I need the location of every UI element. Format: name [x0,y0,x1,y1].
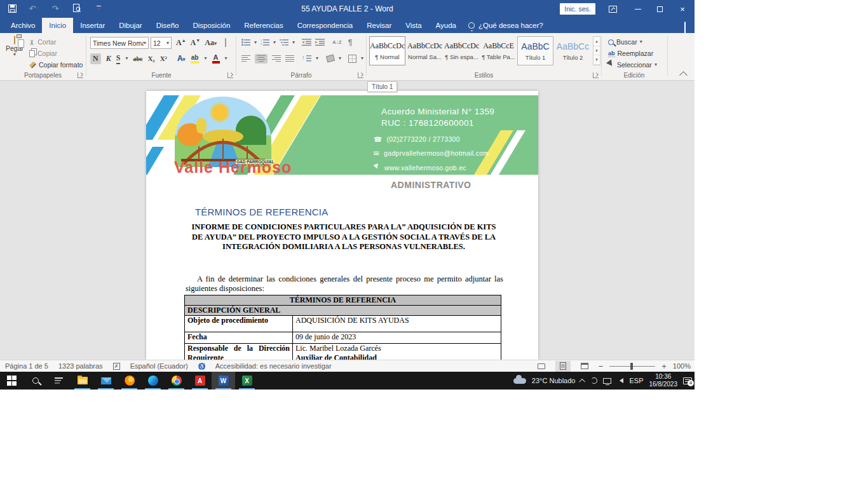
multilevel-chevron-icon[interactable]: ▾ [292,40,295,45]
subscript-button[interactable]: X₂ [147,55,154,62]
style-sin-espaciado[interactable]: AaBbCcDc ¶ Sin espa... [444,36,480,65]
tab-revisar[interactable]: Revisar [360,18,398,33]
copy-button[interactable]: Copiar [29,48,57,58]
taskbar-acrobat[interactable]: A [188,372,212,390]
highlight-button[interactable]: ab [191,54,200,64]
tab-dibujar[interactable]: Dibujar [112,18,149,33]
show-marks-button[interactable]: ¶ [348,38,353,47]
document-canvas[interactable]: Título 1 Acuerdo Ministerial N° 1359 RUC… [0,81,695,360]
style-normal[interactable]: AaBbCcDc ¶ Normal [369,36,405,65]
font-dialog-launcher[interactable] [227,72,233,78]
format-painter-button[interactable]: Copiar formato [29,60,83,70]
shading-chevron-icon[interactable]: ▾ [339,56,341,61]
word-count[interactable]: 1323 palabras [58,362,103,370]
gallery-down-icon[interactable]: ▼ [593,46,600,56]
gallery-up-icon[interactable]: ▲ [593,37,600,46]
collapse-ribbon-icon[interactable] [679,71,688,79]
borders-button[interactable] [348,55,356,63]
clear-formatting-button[interactable] [225,39,226,46]
strikethrough-button[interactable]: abc [133,55,142,62]
taskbar-excel[interactable]: X [235,372,259,390]
tell-me-box[interactable]: ¿Qué desea hacer? [463,18,543,33]
onedrive-icon[interactable] [591,377,597,384]
font-color-chevron-icon[interactable]: ▾ [225,56,227,61]
tab-insertar[interactable]: Insertar [73,18,112,33]
line-spacing-button[interactable] [302,55,311,62]
undo-icon[interactable]: ↶▾ [28,3,39,14]
select-button[interactable]: Seleccionar ▾ [608,60,657,70]
tab-inicio[interactable]: Inicio [42,18,73,33]
align-left-button[interactable] [241,55,250,62]
zoom-slider[interactable] [609,366,655,367]
style-normal-sa[interactable]: AaBbCcDc Normal Sa... [407,36,443,65]
font-size-combo[interactable]: 12▾ [151,37,172,49]
cut-button[interactable]: ✂ Cortar [29,37,56,47]
clipboard-dialog-launcher[interactable] [78,72,83,78]
justify-button[interactable] [285,55,294,62]
document-page[interactable]: Acuerdo Ministerial N° 1359 RUC : 176812… [146,91,538,360]
tab-disposicion[interactable]: Disposición [186,18,237,33]
taskbar-edge[interactable] [141,372,165,390]
style-table-paragraph[interactable]: AaBbCcE ¶ Table Pa... [480,36,517,65]
change-case-button[interactable]: Aa▾ [205,38,217,48]
web-layout-button[interactable] [577,361,592,372]
borders-chevron-icon[interactable]: ▾ [361,56,363,61]
weather-cloud-icon[interactable] [513,378,526,384]
sign-in-button[interactable]: Inic. ses. [560,3,595,15]
decrease-indent-button[interactable] [302,39,311,47]
styles-gallery-scrollbar[interactable]: ▲ ▼ ▼ [593,36,600,65]
highlight-chevron-icon[interactable]: ▾ [205,56,207,61]
shading-button[interactable] [326,55,335,63]
redo-icon[interactable]: ↷ [50,3,61,14]
superscript-button[interactable]: X² [160,55,167,62]
align-center-button[interactable] [255,54,268,64]
multilevel-list-button[interactable] [280,39,288,47]
taskbar-chrome[interactable] [165,372,188,390]
zoom-out-icon[interactable]: − [599,362,604,371]
paste-button[interactable]: Pegar ▾ [4,36,25,57]
style-titulo-1[interactable]: AaBbC Título 1 [517,36,553,65]
zoom-in-icon[interactable]: + [661,362,667,371]
underline-chevron-icon[interactable]: ▾ [125,56,128,61]
hidden-icons-chevron[interactable] [580,378,586,384]
paragraph-dialog-launcher[interactable] [358,72,363,78]
styles-dialog-launcher[interactable] [593,72,599,78]
save-icon[interactable] [6,3,18,14]
keyboard-language[interactable]: ESP [629,377,643,384]
text-effects-button[interactable]: A▾ [177,54,186,63]
italic-button[interactable]: K [106,54,111,64]
bullets-button[interactable] [241,39,250,47]
taskbar-search-button[interactable] [24,372,47,390]
line-spacing-chevron-icon[interactable]: ▾ [316,56,318,61]
clock[interactable]: 10:36 16/8/2023 [649,373,678,388]
grow-font-button[interactable]: A▲ [176,38,186,48]
shrink-font-button[interactable]: A▼ [191,38,201,48]
tab-referencias[interactable]: Referencias [237,18,290,33]
proofing-icon[interactable]: ✗ [113,363,120,370]
numbering-button[interactable]: 12 [261,39,269,47]
align-right-button[interactable] [272,55,281,62]
weather-text[interactable]: 23°C Nublado [532,377,576,384]
font-name-combo[interactable]: Times New Roma▾ [90,37,149,49]
style-titulo-2[interactable]: AaBbCc Título 2 [555,36,591,65]
zoom-level[interactable]: 100% [673,362,691,370]
volume-icon[interactable] [617,378,623,383]
underline-button[interactable]: S [116,53,121,64]
close-button[interactable]: × [672,0,693,18]
minimize-button[interactable] [627,0,649,18]
zoom-slider-handle[interactable] [630,363,633,370]
replace-button[interactable]: ab Reemplazar [608,48,653,58]
bullets-chevron-icon[interactable]: ▾ [254,40,257,45]
tab-ayuda[interactable]: Ayuda [429,18,463,33]
taskbar-file-explorer[interactable] [71,372,94,390]
start-button[interactable] [0,372,24,390]
sort-button[interactable]: A↓Z [332,40,342,45]
tab-correspondencia[interactable]: Correspondencia [290,18,360,33]
restore-button[interactable] [649,0,670,18]
taskbar-firefox[interactable] [118,372,141,390]
gallery-more-icon[interactable]: ▼ [593,55,600,65]
font-color-button[interactable]: A [212,53,220,64]
notification-icon[interactable]: 4 [683,377,692,384]
tab-diseno[interactable]: Diseño [149,18,186,33]
find-button[interactable]: Buscar ▾ [608,37,642,47]
